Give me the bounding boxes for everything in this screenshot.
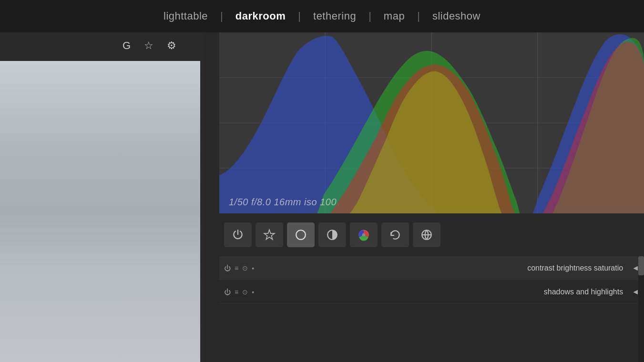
photo-preview [0, 61, 200, 362]
star-icon [263, 229, 276, 241]
module-name-contrast: contrast brightness saturatio [259, 264, 627, 272]
module-instance-icon[interactable]: ⊙ [242, 264, 248, 272]
svg-point-10 [362, 233, 366, 237]
star-icon[interactable]: ☆ [144, 40, 153, 52]
nav-lighttable[interactable]: lighttable [153, 10, 218, 22]
color-wheel-icon [358, 229, 370, 241]
nav-slideshow[interactable]: slideshow [422, 10, 491, 22]
module-row-2-icons: ⏻ ≡ ⊙ ▪ [224, 288, 254, 296]
module-name-shadows: shadows and highlights [259, 288, 627, 296]
nav-map[interactable]: map [373, 10, 415, 22]
module-list-icon-2[interactable]: ≡ [235, 288, 238, 296]
tone-modules-button[interactable] [318, 222, 346, 247]
base-modules-button[interactable] [287, 222, 315, 247]
circle-outline-icon [295, 229, 307, 241]
module-power-icon-2[interactable]: ⏻ [224, 288, 231, 296]
svg-point-7 [296, 230, 306, 240]
module-list: ⏻ ≡ ⊙ ▪ contrast brightness saturatio ◄ … [219, 256, 644, 362]
histogram-svg [219, 32, 644, 213]
reset-button[interactable] [381, 222, 409, 247]
module-row-contrast[interactable]: ⏻ ≡ ⊙ ▪ contrast brightness saturatio ◄ [219, 256, 644, 280]
nav-sep-1: | [218, 10, 225, 22]
presets-button[interactable] [413, 222, 440, 247]
histogram: 1/50 f/8.0 16mm iso 100 [219, 32, 644, 213]
right-panel: 1/50 f/8.0 16mm iso 100 [205, 32, 644, 362]
module-list-icon[interactable]: ≡ [235, 264, 238, 272]
module-row-1-icons: ⏻ ≡ ⊙ ▪ [224, 264, 254, 272]
gear-icon[interactable]: ⚙ [167, 40, 176, 52]
power-button[interactable] [224, 222, 252, 247]
module-instance-icon-2[interactable]: ⊙ [242, 288, 248, 296]
top-navigation: lighttable | darkroom | tethering | map … [0, 0, 644, 32]
color-modules-button[interactable] [350, 222, 378, 247]
left-icon-bar: G ☆ ⚙ [0, 32, 205, 59]
presets-icon [420, 229, 433, 241]
scrollbar-thumb[interactable] [638, 256, 644, 275]
module-mask-icon-2[interactable]: ▪ [252, 288, 254, 296]
module-row-shadows[interactable]: ⏻ ≡ ⊙ ▪ shadows and highlights ◄ [219, 280, 644, 304]
undo-icon [389, 229, 401, 241]
module-mask-icon[interactable]: ▪ [252, 264, 254, 272]
power-icon [232, 229, 244, 241]
nav-darkroom[interactable]: darkroom [225, 10, 296, 22]
g-button[interactable]: G [123, 40, 131, 52]
nav-tethering[interactable]: tethering [303, 10, 367, 22]
favorites-button[interactable] [256, 222, 283, 247]
nav-sep-3: | [367, 10, 373, 22]
nav-sep-4: | [415, 10, 422, 22]
module-buttons-bar [219, 218, 644, 251]
left-panel: G ☆ ⚙ [0, 32, 205, 362]
nav-sep-2: | [296, 10, 303, 22]
exif-info: 1/50 f/8.0 16mm iso 100 [229, 197, 337, 208]
module-power-icon[interactable]: ⏻ [224, 264, 231, 272]
scrollbar[interactable] [638, 256, 644, 362]
half-circle-icon [326, 229, 338, 241]
